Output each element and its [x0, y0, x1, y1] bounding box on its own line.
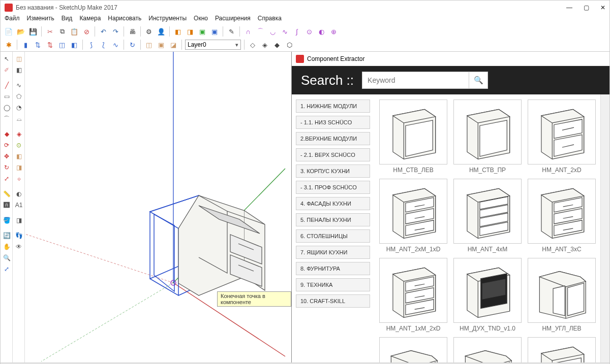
bar3-icon[interactable]: ⇅	[45, 40, 55, 50]
cube3-icon[interactable]: ◪	[168, 40, 178, 50]
move2-icon[interactable]: ◧	[14, 151, 24, 161]
curve2-icon[interactable]: ⟅	[98, 40, 108, 50]
zoom-icon[interactable]: 🔍	[2, 253, 12, 263]
component-card[interactable]: НМ_СТВ_ПР	[453, 100, 522, 174]
arc4-icon[interactable]: ∿	[280, 26, 290, 37]
component-thumbnail[interactable]	[528, 258, 596, 323]
curve3-icon[interactable]: ∿	[110, 40, 120, 50]
eraser-icon[interactable]: ✐	[2, 65, 12, 75]
component-thumbnail[interactable]	[528, 179, 596, 244]
component-card[interactable]: HM_ANT_4xM	[453, 179, 522, 253]
style2-icon[interactable]: ◈	[260, 40, 270, 50]
menu-draw[interactable]: Нарисовать	[108, 15, 141, 25]
box-icon[interactable]: ◧	[173, 26, 183, 37]
style4-icon[interactable]: ⬡	[284, 40, 294, 50]
component-thumbnail[interactable]	[379, 179, 447, 244]
arc1-icon[interactable]: ∩	[243, 26, 253, 37]
move-icon[interactable]: ✥	[2, 151, 12, 161]
component-card[interactable]: HM_ANT_2xM_1xD	[379, 179, 447, 253]
push-icon[interactable]: ◆	[2, 129, 12, 139]
new-icon[interactable]: 📄	[4, 26, 14, 37]
category-item[interactable]: 3. КОРПУС КУХНИ	[296, 164, 370, 178]
menu-view[interactable]: Вид	[62, 15, 73, 25]
component-card[interactable]: НМ_СТВ_ЛЕВ	[379, 100, 447, 174]
pie-icon[interactable]: ◔	[14, 103, 24, 113]
component-icon[interactable]: ◫	[14, 54, 24, 64]
component-thumbnail[interactable]	[379, 258, 447, 323]
curve1-icon[interactable]: ⟆	[86, 40, 96, 50]
bar2-icon[interactable]: ⇅	[33, 40, 43, 50]
component-card[interactable]	[379, 337, 447, 362]
component-thumbnail[interactable]	[453, 100, 522, 164]
bar1-icon[interactable]: ▮	[20, 40, 30, 50]
category-item[interactable]: - 2.1. ВЕРХ SCHÜCO	[296, 148, 370, 161]
box2-icon[interactable]: ◨	[185, 26, 195, 37]
scrollbar[interactable]	[600, 94, 609, 362]
line-icon[interactable]: ╱	[2, 80, 12, 90]
print-icon[interactable]: 🖶	[127, 26, 137, 37]
2arc-icon[interactable]: ⌓	[14, 114, 24, 124]
search-input[interactable]	[362, 72, 469, 89]
dim-icon[interactable]: A1	[14, 200, 24, 210]
close-button[interactable]: ✕	[600, 4, 605, 11]
category-item[interactable]: 7. ЯЩИКИ КУХНИ	[296, 246, 370, 259]
component-card[interactable]	[453, 337, 522, 362]
walk-icon[interactable]: 👣	[14, 230, 24, 241]
select-icon[interactable]: ↖	[2, 54, 12, 64]
erase-icon[interactable]: ⊘	[81, 26, 92, 37]
rect-icon[interactable]: ▭	[2, 91, 12, 102]
component-thumbnail[interactable]	[453, 179, 522, 244]
circle-icon[interactable]: ◯	[2, 103, 12, 113]
style3-icon[interactable]: ◆	[272, 40, 282, 50]
arc2-icon[interactable]: ⌒	[255, 26, 265, 37]
component-thumbnail[interactable]	[379, 337, 447, 362]
text-icon[interactable]: 🅰	[2, 200, 12, 210]
scale-icon[interactable]: ⤢	[2, 174, 12, 184]
bar5-icon[interactable]: ◧	[69, 40, 79, 50]
menu-camera[interactable]: Камера	[79, 15, 101, 25]
scale2-icon[interactable]: ⟐	[14, 174, 24, 184]
component-thumbnail[interactable]	[453, 258, 522, 323]
component-card[interactable]: HM_ANT_2xD	[528, 100, 596, 174]
settings-icon[interactable]: ⚙	[144, 26, 154, 37]
freehand-icon[interactable]: ∿	[14, 80, 24, 90]
green-icon[interactable]: ▣	[197, 26, 207, 37]
menu-help[interactable]: Справка	[258, 15, 282, 25]
arc8-icon[interactable]: ⊕	[328, 26, 339, 37]
component-card[interactable]: HM_ANT_1xM_2xD	[379, 258, 447, 332]
menu-file[interactable]: Файл	[5, 15, 20, 25]
category-item[interactable]: 1. НИЖНИЕ МОДУЛИ	[296, 100, 370, 113]
arc3-icon[interactable]: ◡	[267, 26, 278, 37]
component-thumbnail[interactable]	[453, 337, 522, 362]
menu-tools[interactable]: Инструменты	[148, 15, 187, 25]
component-thumbnail[interactable]	[528, 100, 596, 164]
search-button[interactable]: 🔍	[469, 72, 488, 89]
loop-icon[interactable]: ↻	[127, 40, 137, 50]
menu-window[interactable]: Окно	[194, 15, 208, 25]
cut-icon[interactable]: ✂	[45, 26, 55, 37]
category-item[interactable]: 8. ФУРНИТУРА	[296, 262, 370, 275]
maximize-button[interactable]: ▢	[584, 4, 589, 11]
section-icon[interactable]: ◨	[14, 215, 24, 225]
arc7-icon[interactable]: ◐	[316, 26, 326, 37]
style1-icon[interactable]: ◇	[248, 40, 258, 50]
rotate-icon[interactable]: ↻	[2, 162, 12, 173]
tape-icon[interactable]: 📏	[2, 189, 12, 199]
category-item[interactable]: - 3.1. ПРОФ SCHÜCO	[296, 181, 370, 194]
copy-icon[interactable]: ⧉	[57, 26, 67, 37]
orbit-icon[interactable]: 🔄	[2, 230, 12, 241]
open-icon[interactable]: 📂	[16, 26, 26, 37]
category-item[interactable]: 6. СТОЛЕШНИЦЫ	[296, 229, 370, 243]
offset2-icon[interactable]: ⊙	[14, 140, 24, 150]
followme-icon[interactable]: ◈	[14, 129, 24, 139]
component-card[interactable]: HM_ANT_3xC	[528, 179, 596, 253]
blue-icon[interactable]: ▣	[209, 26, 220, 37]
category-item[interactable]: - 1.1. НИЗ SCHÜCO	[296, 116, 370, 129]
explode-icon[interactable]: ✱	[4, 40, 14, 50]
save-icon[interactable]: 💾	[28, 26, 38, 37]
arc5-icon[interactable]: ∫	[292, 26, 302, 37]
category-item[interactable]: 5. ПЕНАЛЫ КУХНИ	[296, 213, 370, 226]
component-card[interactable]	[528, 337, 596, 362]
paint-icon[interactable]: 🪣	[2, 215, 12, 225]
eraser2-icon[interactable]: ◧	[14, 65, 24, 75]
